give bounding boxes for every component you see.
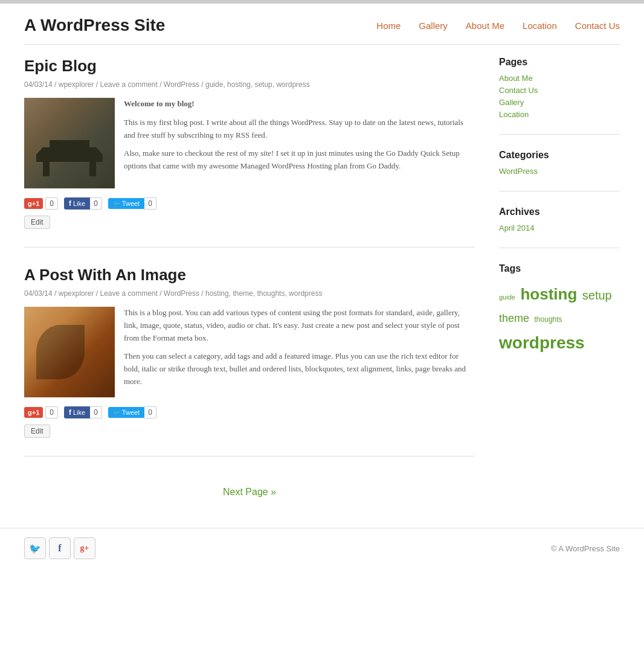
- post-2-gplus[interactable]: g+1 0: [24, 406, 58, 418]
- post-2-title-link[interactable]: A Post With An Image: [24, 266, 186, 284]
- sidebar-tags-heading: Tags: [499, 263, 620, 274]
- post-2-title: A Post With An Image: [24, 266, 475, 284]
- post-1-tags: guide, hosting, setup, wordpress: [205, 80, 310, 89]
- post-1-author[interactable]: wpexplorer: [59, 80, 94, 89]
- post-1-social: g+1 0 Like 0 Tweet 0: [24, 197, 475, 210]
- footer-twitter-icon[interactable]: 🐦: [24, 537, 46, 559]
- post-1-thumbnail: [24, 98, 115, 188]
- pagination: Next Page »: [24, 475, 475, 516]
- sidebar-page-contact-us[interactable]: Contact Us: [499, 86, 620, 95]
- tweet-icon: Tweet: [108, 198, 144, 209]
- sidebar-categories-section: Categories WordPress: [499, 150, 620, 191]
- twitter-bird-icon: 🐦: [29, 543, 41, 554]
- tag-cloud: guide hosting setup theme thoughts wordp…: [499, 280, 620, 359]
- post-1-para2: Also, make sure to checkout the rest of …: [124, 147, 475, 173]
- post-1-gplus-count: 0: [45, 197, 58, 210]
- post-1-fb[interactable]: Like 0: [64, 197, 102, 210]
- tweet-icon-2: Tweet: [108, 407, 144, 418]
- sidebar-archives-section: Archives April 2014: [499, 207, 620, 248]
- post-epic-blog: Epic Blog 04/03/14 / wpexplorer / Leave …: [24, 57, 475, 248]
- nav-about-me[interactable]: About Me: [466, 21, 504, 31]
- main-nav: Home Gallery About Me Location Contact U…: [376, 21, 620, 31]
- post-2-body: This is a blog post. You can add various…: [24, 307, 475, 397]
- site-footer: 🐦 f g+ © A WordPress Site: [0, 528, 644, 568]
- main-content: Epic Blog 04/03/14 / wpexplorer / Leave …: [24, 57, 475, 516]
- tag-hosting[interactable]: hosting: [520, 285, 577, 303]
- footer-gplus-icon[interactable]: g+: [74, 537, 95, 559]
- nav-gallery[interactable]: Gallery: [419, 21, 448, 31]
- tag-thoughts[interactable]: thoughts: [535, 315, 562, 324]
- tag-guide[interactable]: guide: [499, 293, 515, 301]
- post-2-tweet-count: 0: [144, 406, 156, 418]
- sidebar-pages-section: Pages About Me Contact Us Gallery Locati…: [499, 57, 620, 135]
- post-1-title: Epic Blog: [24, 57, 475, 75]
- tag-wordpress[interactable]: wordpress: [499, 333, 585, 352]
- post-1-para1: This is my first blog post. I write abou…: [124, 117, 475, 142]
- post-1-meta: 04/03/14 / wpexplorer / Leave a comment …: [24, 80, 475, 89]
- post-2-text: This is a blog post. You can add various…: [124, 307, 475, 397]
- post-2-fb-count: 0: [90, 406, 102, 418]
- post-1-comment-link[interactable]: Leave a comment: [100, 80, 157, 89]
- post-1-tweet[interactable]: Tweet 0: [108, 197, 156, 210]
- post-with-image: A Post With An Image 04/03/14 / wpexplor…: [24, 266, 475, 457]
- post-1-category[interactable]: WordPress: [164, 80, 199, 89]
- post-2-para2: Then you can select a category, add tags…: [124, 350, 475, 388]
- sidebar-tags-section: Tags guide hosting setup theme thoughts …: [499, 263, 620, 371]
- footer-copyright: © A WordPress Site: [551, 544, 620, 553]
- sidebar-archive-april2014[interactable]: April 2014: [499, 223, 620, 232]
- tag-theme[interactable]: theme: [499, 312, 529, 324]
- sidebar-page-gallery[interactable]: Gallery: [499, 98, 620, 107]
- sidebar-pages-heading: Pages: [499, 57, 620, 68]
- site-title: A WordPress Site: [24, 16, 165, 35]
- post-1-text: Welcome to my blog! This is my first blo…: [124, 98, 475, 188]
- nav-contact-us[interactable]: Contact Us: [575, 21, 620, 31]
- sidebar-archives-heading: Archives: [499, 207, 620, 217]
- post-2-para1: This is a blog post. You can add various…: [124, 307, 475, 344]
- fb-like-icon-2: Like: [64, 406, 90, 418]
- sidebar-categories-heading: Categories: [499, 150, 620, 161]
- fb-like-icon: Like: [64, 197, 90, 210]
- nav-location[interactable]: Location: [523, 21, 557, 31]
- post-1-edit-button[interactable]: Edit: [24, 216, 50, 229]
- post-2-edit-button[interactable]: Edit: [24, 425, 50, 438]
- post-1-gplus[interactable]: g+1 0: [24, 197, 58, 210]
- footer-social-icons: 🐦 f g+: [24, 537, 95, 559]
- post-2-fb[interactable]: Like 0: [64, 406, 102, 418]
- post-2-comment-link[interactable]: Leave a comment: [100, 289, 157, 298]
- post-2-tags: hosting, theme, thoughts, wordpress: [205, 289, 322, 298]
- facebook-f-icon: f: [58, 543, 61, 554]
- sidebar-category-wordpress[interactable]: WordPress: [499, 167, 620, 176]
- footer-facebook-icon[interactable]: f: [49, 537, 71, 559]
- sidebar-page-location[interactable]: Location: [499, 110, 620, 119]
- tag-setup[interactable]: setup: [582, 289, 612, 302]
- post-2-category[interactable]: WordPress: [164, 289, 199, 298]
- post-2-author[interactable]: wpexplorer: [59, 289, 94, 298]
- post-2-social: g+1 0 Like 0 Tweet 0: [24, 406, 475, 418]
- post-2-thumbnail: [24, 307, 115, 397]
- sidebar: Pages About Me Contact Us Gallery Locati…: [499, 57, 620, 516]
- gplus-icon: g+1: [24, 198, 43, 209]
- sidebar-page-about-me[interactable]: About Me: [499, 74, 620, 83]
- gplus-icon-2: g+1: [24, 407, 43, 418]
- googleplus-icon: g+: [80, 543, 89, 553]
- post-1-body: Welcome to my blog! This is my first blo…: [24, 98, 475, 188]
- nav-home[interactable]: Home: [376, 21, 401, 31]
- post-2-tweet[interactable]: Tweet 0: [108, 406, 156, 418]
- post-2-gplus-count: 0: [45, 406, 58, 418]
- next-page-link[interactable]: Next Page »: [223, 487, 276, 497]
- post-1-title-link[interactable]: Epic Blog: [24, 57, 97, 75]
- post-1-tweet-count: 0: [144, 197, 156, 210]
- content-wrapper: Epic Blog 04/03/14 / wpexplorer / Leave …: [0, 45, 644, 528]
- post-2-meta: 04/03/14 / wpexplorer / Leave a comment …: [24, 289, 475, 298]
- post-1-intro: Welcome to my blog!: [124, 99, 195, 108]
- site-header: A WordPress Site Home Gallery About Me L…: [0, 4, 644, 44]
- post-1-fb-count: 0: [90, 197, 102, 210]
